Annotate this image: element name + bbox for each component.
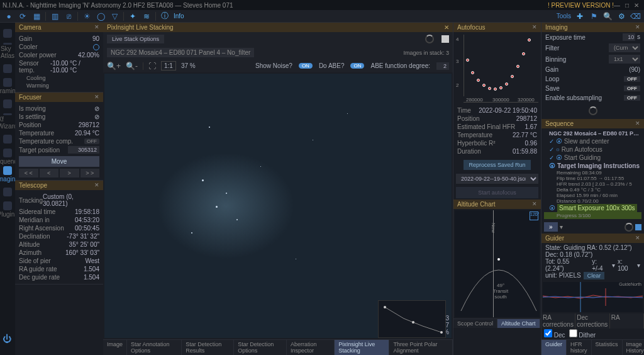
strip-item-6[interactable] <box>1 131 14 147</box>
focus-out[interactable]: > <box>60 169 79 178</box>
do-abe-toggle[interactable]: ON <box>350 63 364 69</box>
cooler-toggle[interactable] <box>93 44 99 50</box>
save-toggle[interactable]: OFF <box>624 86 640 91</box>
altitude-header[interactable]: Altitude Chart✕ <box>453 200 541 209</box>
reprocess-button[interactable]: Reprocess Saved Run <box>464 160 530 170</box>
subsamp-toggle[interactable]: OFF <box>624 95 640 101</box>
sun-icon[interactable]: ☀ <box>82 11 92 21</box>
imaging-header[interactable]: Imaging✕ <box>541 23 644 32</box>
refresh-icon[interactable]: ⟳ <box>18 11 28 21</box>
close-icon[interactable]: ✕ <box>532 201 537 208</box>
focus-out-fast[interactable]: > > <box>80 169 100 178</box>
guider-header[interactable]: Guider✕ <box>541 234 644 243</box>
gear-tool-icon[interactable]: ⚙ <box>616 11 626 21</box>
tab-stats[interactable]: Statistics <box>592 340 623 355</box>
close-icon[interactable]: ✕ <box>94 94 99 101</box>
center-panel-header[interactable]: PixInsight Live Stacking✕ <box>103 23 453 32</box>
window-maximize[interactable]: □ <box>625 2 629 9</box>
info-label: Info <box>174 13 184 20</box>
histogram-icon[interactable]: ▥ <box>50 11 60 21</box>
image-preview[interactable]: σ Start: 0.8223 σ Now: 0.5487 Δ : 33.27% <box>104 74 452 338</box>
tab-hfr[interactable]: HFR history <box>567 340 592 355</box>
bulb-icon[interactable]: ◯ <box>96 11 106 21</box>
tab-pixinsight[interactable]: PixInsight Live Stacking <box>335 340 389 355</box>
telescope-header[interactable]: Telescope✕ <box>15 181 103 190</box>
close-icon[interactable]: ✕ <box>94 24 99 31</box>
clear-button[interactable]: Clear <box>584 272 605 279</box>
strip-plugins[interactable]: Plugins <box>1 201 14 218</box>
window-minimize[interactable]: — <box>614 2 620 9</box>
record-icon[interactable]: ● <box>4 11 14 21</box>
tab-aberration[interactable]: Aberration Inspector <box>287 340 335 355</box>
erase-tool-icon[interactable]: ⌫ <box>630 11 640 21</box>
temp-comp-toggle[interactable]: OFF <box>84 138 99 144</box>
focuser-header[interactable]: Focuser✕ <box>15 93 103 102</box>
focus-in-fast[interactable]: < < <box>19 169 38 178</box>
af-file-select[interactable]: 2022-09-22--19-50-40.json <box>456 174 538 184</box>
zoom-fit-icon[interactable]: ⛶ <box>148 62 156 70</box>
sliders-icon[interactable]: ⎚ <box>64 11 74 21</box>
window-close[interactable]: ✕ <box>634 2 639 9</box>
strip-item-2[interactable] <box>1 60 14 77</box>
info-icon[interactable]: ⓘ <box>160 11 170 21</box>
seq-drop-icon[interactable]: ▾ <box>560 223 563 230</box>
zoom-in-icon[interactable]: 🔍+ <box>107 62 121 70</box>
target-pos-input[interactable] <box>68 146 99 154</box>
flag-tool-icon[interactable]: ⚑ <box>589 11 599 21</box>
add-tool-icon[interactable]: ✚ <box>575 11 585 21</box>
strip-framing[interactable]: Framing <box>1 78 14 94</box>
warming-tree[interactable]: Warming <box>19 82 99 89</box>
close-icon[interactable]: ✕ <box>444 24 449 31</box>
power-icon[interactable]: ⏻ <box>3 334 11 344</box>
shield-icon[interactable]: ▽ <box>109 11 119 21</box>
dither-check[interactable] <box>569 329 577 337</box>
tab-tppa[interactable]: Three Point Polar Alignment <box>389 340 453 355</box>
strip-item-9[interactable] <box>1 184 14 200</box>
sequence-header[interactable]: Sequence✕ <box>541 119 644 128</box>
start-autofocus-button[interactable]: Start autofocus <box>456 187 538 198</box>
tab-star-ann[interactable]: Star Annotation Options <box>127 340 182 355</box>
tab-star-res[interactable]: Star Detection Results <box>182 340 234 355</box>
x-drop-icon[interactable]: ▾ <box>637 262 640 269</box>
tab-altitude[interactable]: Altitude Chart <box>497 319 540 328</box>
close-icon[interactable]: ✕ <box>635 24 640 31</box>
strip-imaging[interactable]: Imaging <box>1 166 14 183</box>
binning-select[interactable]: 1x1 <box>609 55 640 64</box>
filter-select[interactable]: (Current) <box>609 43 640 52</box>
dec-check[interactable] <box>544 329 552 337</box>
tab-scope-control[interactable]: Scope Control <box>453 319 497 328</box>
strip-item-0[interactable] <box>1 25 14 42</box>
autofocus-header[interactable]: Autofocus✕ <box>453 23 541 32</box>
tab-imghist[interactable]: Image History <box>623 340 644 355</box>
loop-toggle[interactable]: OFF <box>624 76 640 82</box>
layers-icon[interactable]: ≋ <box>142 11 152 21</box>
tab-guider[interactable]: Guider <box>541 340 567 355</box>
live-stack-options-button[interactable]: Live Stack Options <box>107 35 164 43</box>
tab-star-opt[interactable]: Star Detection Options <box>234 340 287 355</box>
abe-degree-input[interactable] <box>436 62 449 70</box>
tab-image[interactable]: Image <box>103 340 127 355</box>
strip-sky-atlas[interactable]: Sky Atlas <box>1 43 14 59</box>
seq-stop-button[interactable] <box>635 224 641 230</box>
close-icon[interactable]: ✕ <box>635 235 640 242</box>
zoom-11[interactable]: 1:1 <box>161 61 176 70</box>
stop-button[interactable] <box>441 35 449 43</box>
zoom-out-icon[interactable]: 🔍- <box>126 62 138 70</box>
show-noise-toggle[interactable]: ON <box>299 63 313 69</box>
exposure-input[interactable] <box>623 33 635 41</box>
move-button[interactable]: Move <box>19 156 99 167</box>
cooling-tree[interactable]: Cooling <box>19 74 99 82</box>
strip-item-4[interactable] <box>1 96 14 112</box>
puzzle-icon[interactable]: ✦ <box>128 11 138 21</box>
camera-header[interactable]: Camera✕ <box>15 23 103 32</box>
y-drop-icon[interactable]: ▾ <box>612 262 615 269</box>
chart-icon[interactable]: ▦ <box>31 11 42 21</box>
close-icon[interactable]: ✕ <box>635 120 640 127</box>
search-tool-icon[interactable]: 🔍 <box>602 11 613 21</box>
seq-play-button[interactable]: » <box>544 222 558 232</box>
strip-xf-wizard[interactable]: Xf Wizard <box>1 113 14 130</box>
strip-sequencer[interactable]: Sequencer <box>1 149 14 165</box>
focus-in[interactable]: < <box>40 169 59 178</box>
close-icon[interactable]: ✕ <box>94 182 99 189</box>
close-icon[interactable]: ✕ <box>532 24 537 31</box>
